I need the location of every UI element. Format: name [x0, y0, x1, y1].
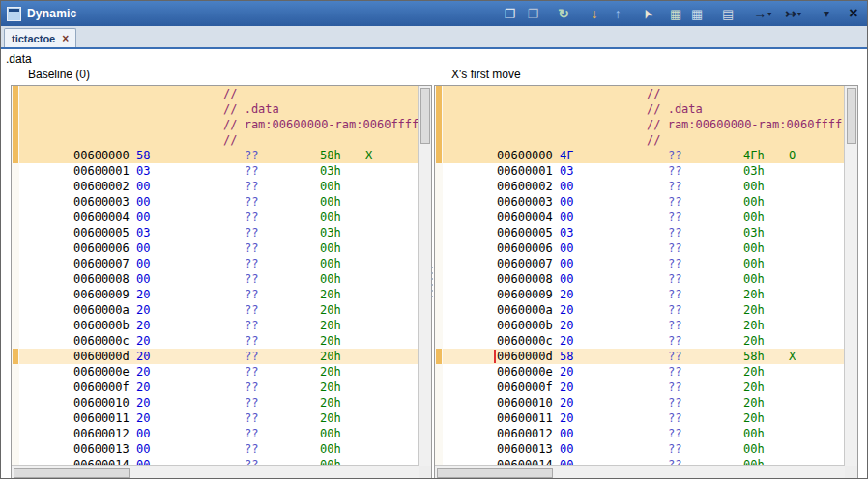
- value-field: 20h: [320, 333, 341, 349]
- titlebar[interactable]: Dynamic ❐❐↻↓↑➤▦▦▤→▾↣▾▾×: [1, 1, 867, 26]
- listing-row[interactable]: 0060000b20??20h: [19, 318, 419, 333]
- mnemonic-field: ??: [668, 380, 681, 395]
- value-field: 00h: [320, 194, 341, 210]
- sync-up-icon[interactable]: ↑: [610, 5, 625, 22]
- listing-row[interactable]: 0060001200??00h: [19, 426, 419, 441]
- vertical-scrollbar-thumb[interactable]: [420, 88, 430, 144]
- listing-body[interactable]: //// .data// ram:00600000-ram:0060ffff//…: [19, 86, 419, 466]
- listing-row[interactable]: 0060001300??00h: [443, 441, 845, 457]
- mnemonic-field: ??: [668, 148, 681, 163]
- mnemonic-field: ??: [668, 256, 681, 271]
- listing-row[interactable]: 0060000103??03h: [19, 163, 419, 179]
- listing-row[interactable]: 0060000400??00h: [443, 210, 845, 225]
- listing-row[interactable]: 0060000800??00h: [443, 271, 845, 287]
- listing-row[interactable]: 0060000700??00h: [443, 256, 845, 271]
- address-field: 0060000b: [73, 318, 130, 333]
- listing-row[interactable]: 006000004F??4FhO: [443, 148, 845, 163]
- listing-row[interactable]: 0060000a20??20h: [19, 302, 419, 318]
- dynamic-window-icon: [7, 7, 21, 21]
- address-field: 00600011: [73, 410, 130, 426]
- listing-row[interactable]: 0060000600??00h: [19, 240, 419, 256]
- compare-tables-icon[interactable]: ▦: [668, 5, 683, 22]
- diff-marker: [436, 86, 442, 148]
- listing-row[interactable]: 0060000200??00h: [443, 179, 845, 194]
- address-field: 00600007: [73, 256, 130, 271]
- diff-tables-icon-glyph: ▦: [691, 8, 703, 20]
- listing-row[interactable]: 0060000f20??20h: [443, 380, 845, 395]
- value-field: 4Fh: [743, 148, 765, 163]
- address-field: 00600012: [73, 426, 130, 441]
- listing-row[interactable]: 0060000920??20h: [19, 287, 419, 302]
- bytes-field: 20: [560, 395, 573, 410]
- horizontal-scrollbar[interactable]: [435, 465, 845, 479]
- horizontal-scrollbar-thumb[interactable]: [437, 468, 553, 478]
- step-icon[interactable]: ↣▾: [785, 5, 801, 22]
- value-field: 00h: [743, 194, 765, 210]
- listing-row[interactable]: 0060000503??03h: [443, 225, 845, 240]
- listing-row[interactable]: 0060001020??20h: [19, 395, 419, 410]
- address-field: 0060000c: [497, 333, 553, 349]
- listing-row[interactable]: 0060000800??00h: [19, 271, 419, 287]
- diff-marker: [436, 148, 442, 163]
- value-field: 20h: [320, 395, 341, 410]
- value-field: 00h: [743, 426, 765, 441]
- vertical-scrollbar[interactable]: [844, 86, 857, 466]
- panel-menu-icon[interactable]: ▾: [819, 5, 834, 22]
- capture-snapshot-icon[interactable]: ▤: [720, 5, 736, 22]
- listing-row[interactable]: 0060000e20??20h: [19, 364, 419, 380]
- listing-row[interactable]: 0060000503??03h: [19, 225, 419, 240]
- listing-row[interactable]: 0060001200??00h: [443, 426, 845, 441]
- bytes-field: 58: [136, 148, 150, 163]
- listing-row[interactable]: 0060000300??00h: [19, 194, 419, 210]
- listing-row[interactable]: 0060000e20??20h: [443, 364, 845, 380]
- close-icon[interactable]: ×: [846, 5, 861, 22]
- listing-row[interactable]: 0060000103??03h: [443, 163, 845, 179]
- listing-row[interactable]: 0060000400??00h: [19, 210, 419, 225]
- bytes-field: 00: [560, 441, 573, 457]
- listing-row[interactable]: 0060000f20??20h: [19, 380, 419, 395]
- tab-close-icon[interactable]: ×: [62, 33, 69, 44]
- refresh-icon[interactable]: ↻: [556, 5, 571, 22]
- listing-row[interactable]: 0060000b20??20h: [443, 318, 845, 333]
- listing-row[interactable]: 0060000a20??20h: [443, 302, 845, 318]
- goto-icon[interactable]: →▾: [753, 5, 771, 22]
- bytes-field: 00: [560, 426, 573, 441]
- listing-row[interactable]: 0060000058??58hX: [19, 148, 419, 163]
- tab-tictactoe[interactable]: tictactoe ×: [4, 28, 76, 47]
- copy-icon[interactable]: ❐: [502, 5, 517, 22]
- comment-text: //: [223, 132, 237, 148]
- copy-icon-glyph: ❐: [504, 8, 515, 20]
- comment-line: //: [19, 132, 419, 148]
- listing-row[interactable]: 0060000c20??20h: [443, 333, 845, 349]
- listing-row[interactable]: 0060000d20??20h: [19, 349, 419, 364]
- vertical-scrollbar[interactable]: [418, 86, 431, 466]
- comment-line: // ram:00600000-ram:0060ffff: [443, 117, 845, 132]
- listing-row[interactable]: 0060000300??00h: [443, 194, 845, 210]
- vertical-scrollbar-thumb[interactable]: [847, 88, 856, 144]
- value-field: 00h: [743, 271, 765, 287]
- address-field: 00600009: [497, 287, 553, 302]
- listing-row[interactable]: 0060000600??00h: [443, 240, 845, 256]
- listing-row[interactable]: 0060001120??20h: [443, 410, 845, 426]
- diff-tables-icon[interactable]: ▦: [689, 5, 705, 22]
- mnemonic-field: ??: [245, 333, 258, 349]
- listing-row[interactable]: 0060000200??00h: [19, 179, 419, 194]
- listing-row[interactable]: 0060001020??20h: [443, 395, 845, 410]
- bytes-field: 00: [560, 271, 573, 287]
- listing-row[interactable]: 0060000700??00h: [19, 256, 419, 271]
- listing-row[interactable]: 0060000920??20h: [443, 287, 845, 302]
- listing-row[interactable]: 0060001300??00h: [19, 441, 419, 457]
- listing-row[interactable]: 0060000c20??20h: [19, 333, 419, 349]
- listing-row[interactable]: 0060000d58??58hX: [443, 349, 845, 364]
- mnemonic-field: ??: [245, 426, 258, 441]
- duplicate-icon[interactable]: ❐: [525, 5, 540, 22]
- listing-row[interactable]: 0060001120??20h: [19, 410, 419, 426]
- horizontal-scrollbar-thumb[interactable]: [14, 468, 130, 478]
- listing-body[interactable]: //// .data// ram:00600000-ram:0060ffff//…: [443, 86, 845, 466]
- mnemonic-field: ??: [668, 333, 681, 349]
- horizontal-scrollbar[interactable]: [12, 465, 419, 479]
- sync-down-icon[interactable]: ↓: [587, 5, 602, 22]
- pane-header-baseline: Baseline (0): [28, 68, 90, 81]
- track-cursor-icon[interactable]: ➤: [639, 5, 654, 22]
- value-field: 03h: [320, 163, 341, 179]
